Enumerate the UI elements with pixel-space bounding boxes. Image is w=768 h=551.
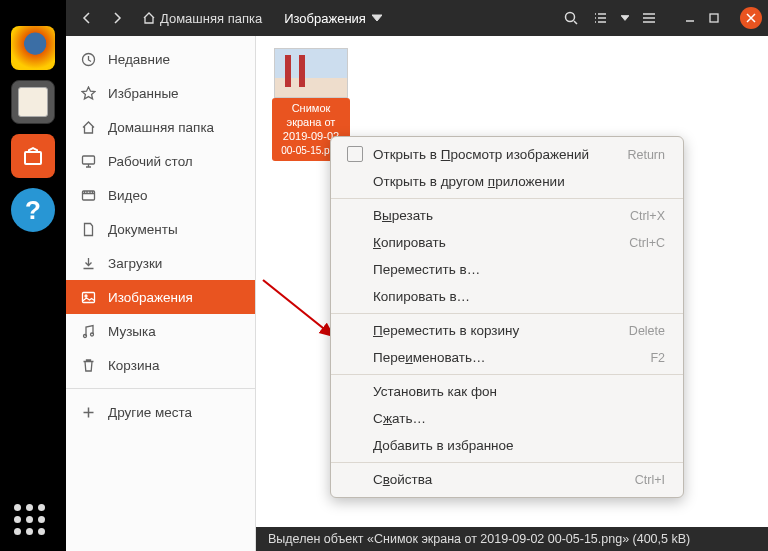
ctx-separator: [331, 374, 683, 375]
view-list-button[interactable]: [586, 4, 616, 32]
sidebar-separator: [66, 388, 255, 389]
sidebar-item-other-locations[interactable]: Другие места: [66, 395, 255, 429]
download-icon: [80, 255, 96, 271]
sidebar-item-label: Домашняя папка: [108, 120, 214, 135]
svg-point-8: [83, 334, 86, 337]
ctx-separator: [331, 313, 683, 314]
ctx-compress[interactable]: Сжать…: [331, 405, 683, 432]
breadcrumb-home[interactable]: Домашняя папка: [160, 11, 262, 26]
image-viewer-icon: [347, 146, 363, 162]
ctx-copy[interactable]: Копировать Ctrl+C: [331, 229, 683, 256]
dock-software[interactable]: [11, 134, 55, 178]
ctx-set-wallpaper[interactable]: Установить как фон: [331, 378, 683, 405]
breadcrumb-menu-icon[interactable]: [366, 4, 388, 32]
ctx-move-to-trash[interactable]: Переместить в корзину Delete: [331, 317, 683, 344]
places-sidebar: Недавние Избранные Домашняя папка Рабочи…: [66, 36, 256, 527]
sidebar-item-label: Недавние: [108, 52, 170, 67]
context-menu: Открыть в Просмотр изображений Return От…: [330, 136, 684, 498]
sidebar-item-desktop[interactable]: Рабочий стол: [66, 144, 255, 178]
document-icon: [80, 221, 96, 237]
sidebar-item-documents[interactable]: Документы: [66, 212, 255, 246]
clock-icon: [80, 51, 96, 67]
hamburger-menu-button[interactable]: [634, 4, 664, 32]
trash-icon: [80, 357, 96, 373]
sidebar-item-label: Избранные: [108, 86, 179, 101]
nav-forward-button[interactable]: [102, 4, 132, 32]
sidebar-item-recent[interactable]: Недавние: [66, 42, 255, 76]
dock-files[interactable]: [11, 80, 55, 124]
ctx-shortcut: Ctrl+I: [635, 473, 665, 487]
window-close-button[interactable]: [740, 7, 762, 29]
sidebar-item-starred[interactable]: Избранные: [66, 76, 255, 110]
sidebar-item-music[interactable]: Музыка: [66, 314, 255, 348]
search-button[interactable]: [556, 4, 586, 32]
sidebar-item-label: Другие места: [108, 405, 192, 420]
status-text: Выделен объект «Снимок экрана от 2019-09…: [268, 532, 690, 546]
ctx-shortcut: Ctrl+C: [629, 236, 665, 250]
image-icon: [80, 289, 96, 305]
ctx-copy-to[interactable]: Копировать в…: [331, 283, 683, 310]
sidebar-item-trash[interactable]: Корзина: [66, 348, 255, 382]
status-bar: Выделен объект «Снимок экрана от 2019-09…: [256, 527, 768, 551]
desktop-icon: [80, 153, 96, 169]
sidebar-item-label: Видео: [108, 188, 147, 203]
ctx-shortcut: Return: [627, 148, 665, 162]
file-thumbnail: [274, 48, 348, 98]
svg-rect-2: [710, 14, 718, 22]
ctx-shortcut: Ctrl+X: [630, 209, 665, 223]
sidebar-item-label: Корзина: [108, 358, 159, 373]
star-icon: [80, 85, 96, 101]
music-icon: [80, 323, 96, 339]
svg-rect-0: [25, 152, 41, 164]
sidebar-item-videos[interactable]: Видео: [66, 178, 255, 212]
ctx-cut[interactable]: Вырезать Ctrl+X: [331, 202, 683, 229]
ctx-shortcut: F2: [650, 351, 665, 365]
ctx-move-to[interactable]: Переместить в…: [331, 256, 683, 283]
ctx-star[interactable]: Добавить в избранное: [331, 432, 683, 459]
nav-back-button[interactable]: [72, 4, 102, 32]
view-options-button[interactable]: [616, 4, 634, 32]
ctx-open-with[interactable]: Открыть в другом приложении: [331, 168, 683, 195]
svg-rect-4: [82, 156, 94, 164]
sidebar-item-home[interactable]: Домашняя папка: [66, 110, 255, 144]
dock-show-apps[interactable]: [14, 504, 45, 535]
ctx-rename[interactable]: Переименовать… F2: [331, 344, 683, 371]
ctx-shortcut: Delete: [629, 324, 665, 338]
sidebar-item-label: Рабочий стол: [108, 154, 193, 169]
sidebar-item-label: Документы: [108, 222, 178, 237]
sidebar-item-label: Загрузки: [108, 256, 162, 271]
launcher-dock: ?: [0, 0, 66, 551]
sidebar-item-downloads[interactable]: Загрузки: [66, 246, 255, 280]
svg-point-9: [90, 333, 93, 336]
sidebar-item-label: Изображения: [108, 290, 193, 305]
ctx-separator: [331, 198, 683, 199]
sidebar-item-label: Музыка: [108, 324, 156, 339]
sidebar-fill: [66, 527, 256, 551]
plus-icon: [80, 404, 96, 420]
video-icon: [80, 187, 96, 203]
sidebar-item-pictures[interactable]: Изображения: [66, 280, 255, 314]
ctx-properties[interactable]: Свойства Ctrl+I: [331, 466, 683, 493]
dock-help[interactable]: ?: [11, 188, 55, 232]
window-maximize-button[interactable]: [702, 4, 726, 32]
svg-point-1: [566, 13, 575, 22]
ctx-open-in-viewer[interactable]: Открыть в Просмотр изображений Return: [331, 141, 683, 168]
home-icon[interactable]: [138, 4, 160, 32]
svg-point-7: [85, 295, 87, 297]
home-icon: [80, 119, 96, 135]
titlebar: Домашняя папка Изображения: [66, 0, 768, 36]
window-minimize-button[interactable]: [678, 4, 702, 32]
breadcrumb-current[interactable]: Изображения: [284, 11, 366, 26]
svg-rect-6: [82, 292, 94, 302]
ctx-separator: [331, 462, 683, 463]
dock-firefox[interactable]: [11, 26, 55, 70]
